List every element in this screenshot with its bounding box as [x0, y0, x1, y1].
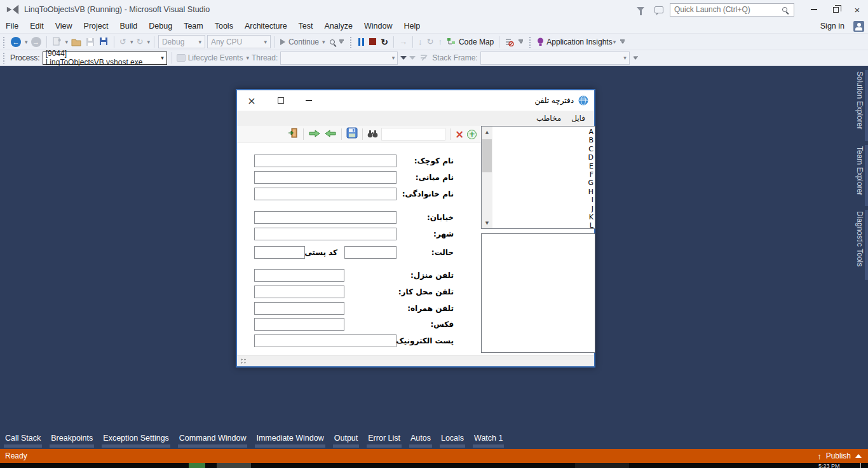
delete-contact-button[interactable]: ×	[455, 129, 464, 140]
tab-immediate-window[interactable]: Immediate Window	[255, 430, 325, 449]
letters-listbox[interactable]: A B C D E F G H I J K L ▲ ▼	[481, 126, 595, 229]
menu-help[interactable]: Help	[398, 19, 426, 33]
letter-item[interactable]: C	[574, 145, 593, 153]
toolbar-overflow-button[interactable]	[339, 39, 344, 44]
scrollbar-thumb[interactable]	[482, 139, 492, 172]
email-input[interactable]	[254, 334, 397, 347]
process-combo[interactable]: [9044] LinqToObjectsVB.vshost.exe▾	[43, 52, 167, 65]
tab-locals[interactable]: Locals	[440, 430, 465, 449]
application-insights-button[interactable]: Application Insights ▾	[536, 35, 617, 49]
save-button[interactable]	[85, 35, 96, 49]
open-file-button[interactable]	[70, 35, 83, 49]
find-in-files-button[interactable]	[329, 35, 336, 49]
next-record-button[interactable]	[308, 128, 321, 141]
navigate-forward-button[interactable]: →	[30, 35, 43, 49]
tab-error-list[interactable]: Error List	[367, 430, 402, 449]
mobile-phone-input[interactable]	[254, 302, 344, 315]
tab-diagnostic-tools[interactable]: Diagnostic Tools	[855, 211, 864, 266]
step-over-button[interactable]: ↻	[426, 35, 435, 49]
letter-item[interactable]: H	[574, 188, 593, 196]
menu-team[interactable]: Team	[178, 19, 209, 33]
feedback-icon[interactable]	[654, 6, 663, 13]
postal-code-input[interactable]	[254, 246, 305, 259]
tab-call-stack[interactable]: Call Stack	[4, 430, 42, 449]
taskbar-app-indicator[interactable]	[217, 463, 251, 468]
app-menu-file[interactable]: فایل	[566, 114, 590, 123]
app-maximize-button[interactable]	[275, 95, 287, 106]
work-phone-input[interactable]	[254, 286, 344, 298]
menu-project[interactable]: Project	[78, 19, 114, 33]
toolbar-search-box[interactable]	[381, 128, 445, 141]
tab-autos[interactable]: Autos	[409, 430, 432, 449]
toolbar-grip[interactable]	[3, 36, 6, 48]
exit-button[interactable]	[288, 128, 299, 141]
middle-name-input[interactable]	[254, 171, 397, 184]
user-account-icon[interactable]	[853, 21, 864, 32]
back-dropdown-caret[interactable]: ▾	[25, 39, 28, 45]
contacts-listbox[interactable]	[481, 233, 595, 353]
find-contact-button[interactable]	[367, 128, 378, 141]
redo-dropdown-caret[interactable]: ▾	[147, 39, 150, 45]
thread-filter-secondary-icon[interactable]	[409, 56, 416, 60]
menu-analyze[interactable]: Analyze	[319, 19, 358, 33]
redo-button[interactable]: ↻	[135, 35, 145, 49]
home-phone-input[interactable]	[254, 269, 344, 282]
street-input[interactable]	[254, 211, 397, 224]
letter-item[interactable]: K	[574, 213, 593, 221]
menu-build[interactable]: Build	[114, 19, 143, 33]
tab-watch-1[interactable]: Watch 1	[473, 430, 504, 449]
search-icon[interactable]	[782, 7, 787, 12]
restore-button[interactable]	[825, 1, 846, 18]
tab-exception-settings[interactable]: Exception Settings	[102, 430, 170, 449]
scroll-up-arrow[interactable]: ▲	[482, 127, 492, 137]
flag-threads-button[interactable]	[418, 51, 430, 65]
menu-debug[interactable]: Debug	[143, 19, 178, 33]
letter-item[interactable]: G	[574, 179, 593, 187]
app-menu-contact[interactable]: مخاطب	[531, 114, 566, 123]
app-minimize-button[interactable]	[303, 95, 315, 106]
show-next-statement-button[interactable]: →	[398, 35, 409, 49]
step-out-button[interactable]: ↑	[437, 35, 444, 49]
close-button[interactable]: ×	[846, 1, 868, 18]
letter-item[interactable]: J	[574, 205, 593, 213]
quick-launch-box[interactable]	[670, 3, 794, 17]
continue-button[interactable]: Continue▾	[279, 35, 327, 49]
navigate-back-button[interactable]: ←	[10, 35, 22, 49]
toolbar-overflow-button[interactable]	[634, 56, 638, 60]
letter-item[interactable]: B	[574, 136, 593, 144]
scroll-down-arrow[interactable]: ▼	[482, 217, 492, 228]
publish-button[interactable]: Publish	[826, 451, 851, 460]
last-name-input[interactable]	[254, 188, 397, 200]
tab-breakpoints[interactable]: Breakpoints	[50, 430, 94, 449]
menu-file[interactable]: File	[0, 19, 24, 33]
taskbar-app-indicator[interactable]	[189, 463, 205, 468]
code-map-button[interactable]: Code Map	[445, 35, 495, 49]
letter-item[interactable]: A	[574, 128, 593, 136]
solution-configuration-combo[interactable]: Debug▾	[158, 35, 205, 48]
save-contact-button[interactable]	[346, 127, 358, 141]
letter-item[interactable]: E	[574, 162, 593, 170]
toolbar-overflow-button[interactable]	[519, 39, 523, 44]
save-all-button[interactable]	[98, 35, 110, 49]
menu-architecture[interactable]: Architecture	[239, 19, 293, 33]
show-desktop-edge[interactable]	[860, 463, 861, 468]
city-input[interactable]	[254, 228, 397, 240]
toolbar-grip[interactable]	[3, 52, 6, 64]
filter-icon[interactable]	[637, 7, 644, 12]
letters-scrollbar[interactable]: ▲ ▼	[482, 127, 492, 228]
quick-launch-input[interactable]	[670, 5, 782, 14]
sign-in-link[interactable]: Sign in	[817, 22, 848, 31]
new-item-button[interactable]	[51, 35, 63, 49]
stop-debugging-button[interactable]	[368, 35, 377, 49]
app-titlebar[interactable]: × دفترچه تلفن	[237, 90, 594, 111]
lifecycle-dropdown-caret[interactable]: ▾	[246, 55, 249, 61]
break-all-button[interactable]	[356, 35, 367, 49]
tab-solution-explorer[interactable]: Solution Explorer	[855, 71, 864, 129]
previous-record-button[interactable]	[324, 128, 337, 141]
thread-filter-icon[interactable]	[400, 56, 407, 60]
new-item-dropdown-caret[interactable]: ▾	[65, 39, 69, 45]
minimize-button[interactable]	[803, 1, 825, 18]
menu-tools[interactable]: Tools	[209, 19, 239, 33]
letter-item[interactable]: I	[574, 196, 593, 204]
add-contact-button[interactable]: +	[467, 130, 477, 139]
